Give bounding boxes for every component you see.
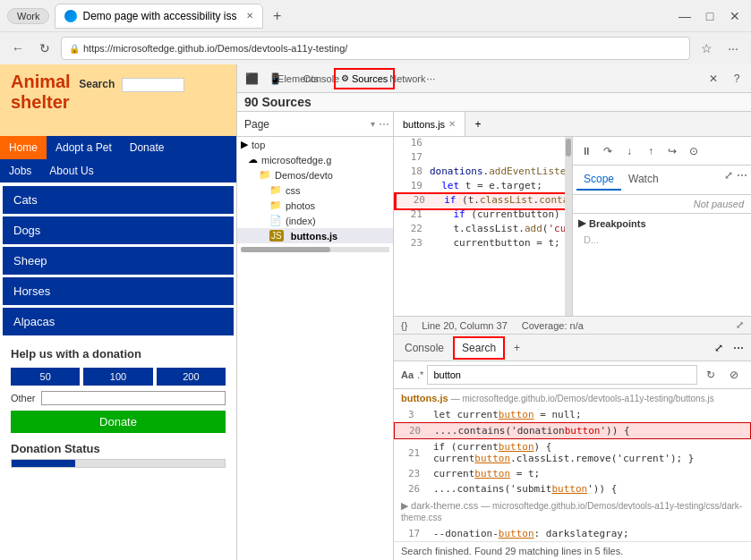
debugger-step-into[interactable]: ↓ (619, 141, 639, 161)
result-line-17[interactable]: 17 --donation-button: darkslategray; (394, 526, 751, 541)
result-line-3[interactable]: 3 let currentbutton = null; (394, 407, 751, 422)
other-amount-input[interactable] (41, 391, 226, 405)
breakpoints-header[interactable]: ▶ Breakpoints (573, 214, 751, 233)
animal-horses[interactable]: Horses (3, 277, 234, 305)
bottom-more[interactable]: ⋯ (730, 342, 747, 354)
result-line-20[interactable]: 20 ....contains('donationbutton')) { (394, 422, 751, 439)
statusbar-icon[interactable]: ⤢ (736, 319, 744, 331)
back-button[interactable]: ← (7, 38, 29, 59)
maximize-button[interactable]: □ (701, 9, 719, 23)
result-file-buttons[interactable]: buttons.js — microsoftedge.github.io/Dem… (394, 389, 751, 407)
address-bar[interactable]: 🔒 https://microsoftedge.github.io/Demos/… (61, 37, 690, 60)
more-tabs-button[interactable]: ··· (420, 68, 441, 89)
right-pane-more[interactable]: ⋯ (737, 169, 747, 191)
reload-button[interactable]: ↻ (34, 38, 55, 59)
nav-about[interactable]: About Us (40, 159, 102, 182)
animal-alpacas[interactable]: Alpacas (3, 308, 234, 335)
new-tab-button[interactable]: + (267, 5, 288, 27)
file-tree-scrollbar[interactable] (241, 247, 389, 252)
result-filename-2: dark-theme.css (411, 500, 478, 511)
code-line-16: 16 (394, 137, 565, 151)
browser-tab[interactable]: Demo page with accessibility iss ✕ (55, 4, 262, 29)
nav-donate[interactable]: Donate (121, 136, 174, 159)
search-refresh-button[interactable]: ↻ (701, 365, 721, 385)
bottom-pane-icons: ⤢ ⋯ (710, 342, 747, 354)
more-button[interactable]: ··· (722, 38, 744, 59)
result-file-darktheme[interactable]: ▶ dark-theme.css — microsoftedge.github.… (394, 496, 751, 526)
result-line-21[interactable]: 21 if (currentbutton) { currentbutton.cl… (394, 439, 751, 466)
breakpoint-row-1: D... (573, 233, 751, 247)
search-tab[interactable]: Search (453, 336, 505, 360)
tree-label-photos: photos (286, 200, 315, 211)
code-tab-close[interactable]: ✕ (448, 119, 456, 129)
nav-adopt[interactable]: Adopt a Pet (47, 136, 121, 159)
tree-item-photos[interactable]: 📁 photos (237, 198, 393, 213)
donate-button[interactable]: Donate (11, 411, 226, 433)
animal-sheep[interactable]: Sheep (3, 247, 234, 275)
tree-folder-icon: 📁 (259, 169, 271, 181)
tree-item-demos[interactable]: 📁 Demos/devto (237, 167, 393, 182)
tree-item-css[interactable]: 📁 css (237, 182, 393, 198)
bottom-expand[interactable]: ⤢ (710, 342, 728, 354)
close-window-button[interactable]: ✕ (726, 9, 744, 23)
sources-count: 90 Sources (244, 95, 311, 109)
devtools-more-button[interactable]: ? (726, 68, 747, 89)
search-case-sensitive[interactable]: Aa (401, 369, 414, 380)
tree-item-top[interactable]: ▶ top (237, 137, 393, 152)
scope-tab[interactable]: Scope (576, 169, 621, 191)
breakpoints-chevron: ▶ (578, 217, 585, 229)
add-tab-button[interactable]: + (469, 112, 487, 136)
console-tab-toolbar[interactable]: Console (311, 68, 332, 89)
close-tab-button[interactable]: ✕ (246, 11, 253, 21)
code-line-20: 20 if (t.classList.contains('donationbut… (394, 194, 565, 208)
nav-home[interactable]: Home (0, 136, 47, 159)
site-nav-row1: Home Adopt a Pet Donate (0, 136, 236, 159)
tree-folder-photos-icon: 📁 (269, 199, 282, 211)
code-content[interactable]: 16 17 18 donations.addEventListener('cli… (394, 137, 565, 316)
network-tab[interactable]: Network (397, 68, 418, 89)
search-footer: Search finished. Found 29 matching lines… (394, 541, 751, 560)
tree-label-domain: microsoftedge.g (261, 155, 331, 165)
page-label: Page (241, 118, 371, 131)
amount-50[interactable]: 50 (11, 368, 80, 386)
breakpoints-label: Breakpoints (589, 218, 646, 229)
search-input[interactable] (122, 78, 184, 92)
debugger-step[interactable]: ↪ (662, 141, 682, 161)
inspect-element-button[interactable]: ⬛ (241, 68, 262, 89)
search-input[interactable] (427, 365, 697, 385)
console-tab[interactable]: Console (397, 338, 451, 358)
watch-tab[interactable]: Watch (621, 169, 666, 191)
ft-more[interactable]: ⋯ (379, 118, 389, 131)
code-tab-buttons[interactable]: buttons.js ✕ (394, 112, 465, 136)
code-with-right-pane: 16 17 18 donations.addEventListener('cli… (394, 137, 751, 316)
ft-dropdown[interactable]: ▾ (371, 119, 375, 129)
debugger-step-over[interactable]: ↷ (598, 141, 618, 161)
search-regex[interactable]: .* (417, 369, 423, 380)
add-tab[interactable]: + (507, 338, 527, 358)
close-devtools-button[interactable]: ✕ (703, 68, 724, 89)
right-pane-expand[interactable]: ⤢ (724, 169, 733, 191)
tree-item-index[interactable]: 📄 (index) (237, 213, 393, 228)
debugger-pause[interactable]: ⏸ (576, 141, 596, 161)
profile-button[interactable]: Work (7, 8, 49, 24)
amount-100[interactable]: 100 (83, 368, 152, 386)
debugger-step-out[interactable]: ↑ (641, 141, 661, 161)
favorites-button[interactable]: ☆ (696, 38, 717, 59)
code-vertical-scrollbar[interactable] (565, 137, 572, 316)
search-clear-button[interactable]: ⊘ (724, 365, 744, 385)
minimize-button[interactable]: — (676, 9, 694, 23)
result-line-26[interactable]: 26 ....contains('submitbutton')) { (394, 481, 751, 496)
amount-200[interactable]: 200 (157, 368, 226, 386)
devtools-toolbar: ⬛ 📱 Elements Console ⚙ Sources Network ·… (237, 64, 751, 93)
tree-item-domain[interactable]: ☁ microsoftedge.g (237, 152, 393, 167)
nav-jobs[interactable]: Jobs (0, 159, 40, 182)
animal-dogs[interactable]: Dogs (3, 216, 234, 244)
status-bar-fill (12, 460, 75, 467)
debugger-deactivate[interactable]: ⊙ (684, 141, 704, 161)
result-line-23[interactable]: 23 currentbutton = t; (394, 466, 751, 481)
sources-tab[interactable]: ⚙ Sources (334, 68, 395, 89)
animal-cats[interactable]: Cats (3, 186, 234, 214)
status-title: Donation Status (11, 442, 226, 455)
tree-item-buttons[interactable]: JS buttons.js (237, 228, 393, 243)
code-line-21: 21 if (currentbutton) { currentbutton.cl… (394, 208, 565, 223)
